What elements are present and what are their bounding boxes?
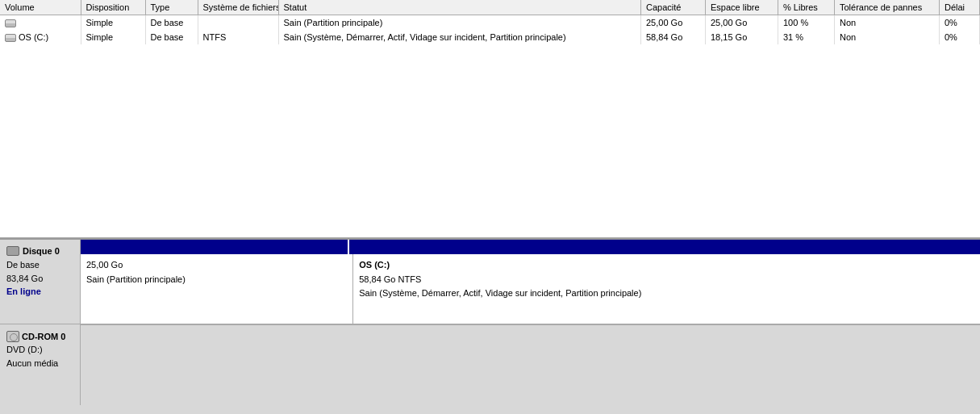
cell-disposition-0: Simple [81, 15, 145, 31]
col-header-disposition: Disposition [81, 0, 145, 15]
col-header-volume: Volume [0, 0, 81, 15]
cell-pct-1: 31 % [778, 30, 835, 44]
cdrom-body [81, 324, 980, 405]
cell-fs-0 [198, 15, 278, 31]
col-header-fs: Système de fichiers [198, 0, 278, 15]
col-header-type: Type [145, 0, 198, 15]
cdrom-icon [6, 331, 19, 342]
cell-statut-1: Sain (Système, Démarrer, Actif, Vidage s… [278, 30, 641, 44]
cell-tolerance-0: Non [835, 15, 940, 31]
cell-statut-0: Sain (Partition principale) [278, 15, 641, 31]
partitions-body: 25,00 Go Sain (Partition principale) OS … [81, 254, 980, 324]
disk0-title: Disque 0 [23, 246, 60, 256]
cdrom-media-status: Aucun média [6, 358, 73, 368]
cell-espace-0: 25,00 Go [706, 15, 778, 31]
cell-tolerance-1: Non [835, 30, 940, 44]
col-header-delai: Délai [940, 0, 980, 15]
bar-part2 [349, 240, 980, 254]
partition1-status: Sain (Partition principale) [86, 273, 347, 287]
cell-fs-1: NTFS [198, 30, 278, 44]
volumes-table: Volume Disposition Type Système de fichi… [0, 0, 980, 44]
disk0-size: 83,84 Go [6, 272, 73, 286]
disk0-icon [6, 246, 19, 256]
cdrom-title: CD-ROM 0 [22, 332, 65, 341]
cell-capacite-1: 58,84 Go [641, 30, 706, 44]
partition2-status: Sain (Système, Démarrer, Actif, Vidage s… [359, 286, 974, 301]
cdrom-type: DVD (D:) [6, 345, 73, 354]
disk0-bar [81, 240, 980, 254]
cell-type-0: De base [145, 15, 198, 31]
disk0-row: Disque 0 De base 83,84 Go En ligne 25,00… [0, 240, 980, 324]
cell-delai-1: 0% [940, 30, 980, 44]
cell-capacite-0: 25,00 Go [641, 15, 706, 31]
table-row[interactable]: Simple De base Sain (Partition principal… [0, 15, 980, 31]
cdrom-label: CD-ROM 0 DVD (D:) Aucun média [0, 324, 81, 405]
cell-disposition-1: Simple [81, 30, 145, 44]
cdrom-name: CD-ROM 0 [6, 331, 73, 342]
col-header-tolerance: Tolérance de pannes [835, 0, 940, 15]
col-header-statut: Statut [278, 0, 641, 15]
table-header-row: Volume Disposition Type Système de fichi… [0, 0, 980, 15]
partition2-size: 58,84 Go NTFS [359, 273, 974, 287]
partition2-name: OS (C:) [359, 258, 974, 273]
cell-volume-0 [0, 15, 81, 31]
disk0-status: En ligne [6, 285, 73, 299]
table-row[interactable]: OS (C:) Simple De base NTFS Sain (Systèm… [0, 30, 980, 44]
disk0-name: Disque 0 [6, 246, 73, 256]
cdrom-row: CD-ROM 0 DVD (D:) Aucun média [0, 324, 980, 405]
disk-map-section: Disque 0 De base 83,84 Go En ligne 25,00… [0, 238, 980, 414]
bar-part1 [81, 240, 349, 254]
cell-volume-1: OS (C:) [0, 30, 81, 44]
col-header-pct: % Libres [778, 0, 835, 15]
cell-delai-0: 0% [940, 15, 980, 31]
hdd-icon [5, 34, 16, 42]
partition-block-2[interactable]: OS (C:) 58,84 Go NTFS Sain (Système, Dém… [353, 254, 980, 324]
partition1-size: 25,00 Go [86, 258, 347, 273]
hdd-icon [5, 19, 16, 27]
cell-pct-0: 100 % [778, 15, 835, 31]
cell-type-1: De base [145, 30, 198, 44]
disk0-partitions: 25,00 Go Sain (Partition principale) OS … [81, 240, 980, 324]
col-header-capacite: Capacité [641, 0, 706, 15]
cell-espace-1: 18,15 Go [706, 30, 778, 44]
disk-management-table: Volume Disposition Type Système de fichi… [0, 0, 980, 238]
partition-block-1[interactable]: 25,00 Go Sain (Partition principale) [81, 254, 353, 324]
disk0-type: De base [6, 258, 73, 272]
disk0-label: Disque 0 De base 83,84 Go En ligne [0, 240, 81, 324]
disk0-info: De base 83,84 Go En ligne [6, 258, 73, 299]
col-header-espace: Espace libre [706, 0, 778, 15]
